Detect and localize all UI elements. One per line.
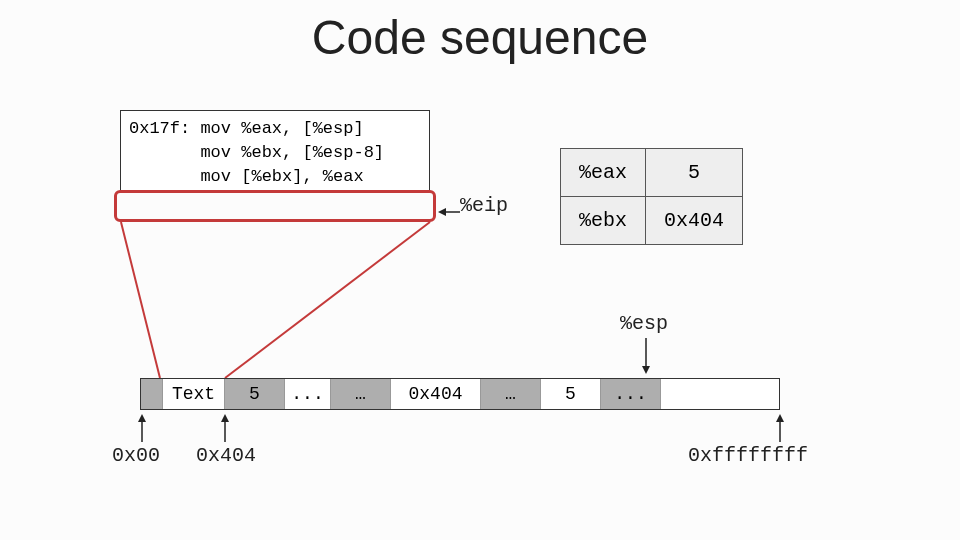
svg-marker-7 <box>138 414 146 422</box>
esp-label: %esp <box>620 312 668 335</box>
addr-start-label: 0x00 <box>112 444 160 467</box>
svg-line-1 <box>225 222 430 378</box>
mem-cell-pad-left <box>141 379 163 409</box>
reg-name-eax: %eax <box>561 149 646 197</box>
mem-cell-0x404: 0x404 <box>391 379 481 409</box>
page-title: Code sequence <box>0 10 960 65</box>
register-table: %eax 5 %ebx 0x404 <box>560 148 743 245</box>
reg-name-ebx: %ebx <box>561 197 646 245</box>
arrow-up-icon <box>774 414 786 442</box>
eip-label: %eip <box>460 194 508 217</box>
svg-marker-3 <box>438 208 446 216</box>
arrow-down-icon <box>640 338 652 374</box>
reg-value-eax: 5 <box>646 149 743 197</box>
code-line-2: mov %ebx, [%esp-8] <box>129 141 421 165</box>
svg-marker-5 <box>642 366 650 374</box>
arrow-up-icon <box>136 414 148 442</box>
mem-cell-tail <box>661 379 779 409</box>
svg-line-0 <box>121 222 160 378</box>
reg-row-ebx: %ebx 0x404 <box>561 197 743 245</box>
addr-heap-label: 0x404 <box>196 444 256 467</box>
reg-row-eax: %eax 5 <box>561 149 743 197</box>
svg-marker-9 <box>221 414 229 422</box>
mem-cell-text: Text <box>163 379 225 409</box>
mem-cell-gap3: … <box>481 379 541 409</box>
code-listing-box: 0x17f: mov %eax, [%esp] mov %ebx, [%esp-… <box>120 110 430 193</box>
arrow-up-icon <box>219 414 231 442</box>
svg-marker-11 <box>776 414 784 422</box>
code-line-3: mov [%ebx], %eax <box>129 165 421 189</box>
mem-cell-gap4: ... <box>601 379 661 409</box>
mem-cell-gap2: … <box>331 379 391 409</box>
eip-highlight-box <box>114 190 436 222</box>
memory-strip: Text 5 ... … 0x404 … 5 ... <box>140 378 780 410</box>
mem-cell-5a: 5 <box>225 379 285 409</box>
reg-value-ebx: 0x404 <box>646 197 743 245</box>
arrow-left-icon <box>438 206 460 218</box>
addr-end-label: 0xffffffff <box>688 444 808 467</box>
mem-cell-gap1: ... <box>285 379 331 409</box>
mem-cell-5b: 5 <box>541 379 601 409</box>
code-line-1: 0x17f: mov %eax, [%esp] <box>129 117 421 141</box>
